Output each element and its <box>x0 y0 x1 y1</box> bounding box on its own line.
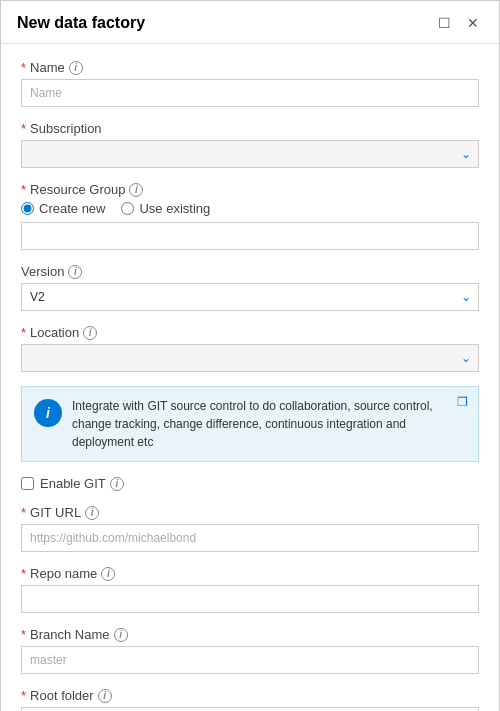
location-field-group: * Location i ⌄ <box>21 325 479 372</box>
branch-name-required-star: * <box>21 627 26 642</box>
location-label-text: Location <box>30 325 79 340</box>
location-select[interactable] <box>21 344 479 372</box>
version-select-wrapper: V2 V1 ⌄ <box>21 283 479 311</box>
name-field-group: * Name i <box>21 60 479 107</box>
location-required-star: * <box>21 325 26 340</box>
git-info-text: Integrate with GIT source control to do … <box>72 397 466 451</box>
repo-name-label: * Repo name i <box>21 566 479 581</box>
enable-git-checkbox[interactable] <box>21 477 34 490</box>
git-external-link-icon[interactable]: ❐ <box>457 395 468 409</box>
subscription-field-group: * Subscription ⌄ <box>21 121 479 168</box>
repo-name-info-icon[interactable]: i <box>101 567 115 581</box>
version-field-group: Version i V2 V1 ⌄ <box>21 264 479 311</box>
dialog-title: New data factory <box>17 14 145 32</box>
resource-group-required-star: * <box>21 182 26 197</box>
repo-name-input[interactable] <box>21 585 479 613</box>
branch-name-label: * Branch Name i <box>21 627 479 642</box>
subscription-label-text: Subscription <box>30 121 102 136</box>
enable-git-label-text: Enable GIT <box>40 476 106 491</box>
version-select[interactable]: V2 V1 <box>21 283 479 311</box>
root-folder-info-icon[interactable]: i <box>98 689 112 703</box>
resource-group-label-text: Resource Group <box>30 182 125 197</box>
minimize-icon[interactable]: ☐ <box>434 13 455 33</box>
resource-group-info-icon[interactable]: i <box>129 183 143 197</box>
subscription-label: * Subscription <box>21 121 479 136</box>
root-folder-input[interactable] <box>21 707 479 711</box>
branch-name-label-text: Branch Name <box>30 627 109 642</box>
subscription-select[interactable] <box>21 140 479 168</box>
root-folder-required-star: * <box>21 688 26 703</box>
name-info-icon[interactable]: i <box>69 61 83 75</box>
repo-name-field-group: * Repo name i <box>21 566 479 613</box>
git-url-field-group: * GIT URL i <box>21 505 479 552</box>
location-label: * Location i <box>21 325 479 340</box>
subscription-select-wrapper: ⌄ <box>21 140 479 168</box>
new-data-factory-dialog: New data factory ☐ ✕ * Name i * Subscrip… <box>0 0 500 711</box>
resource-group-field-group: * Resource Group i Create new Use existi… <box>21 182 479 250</box>
git-info-box: i Integrate with GIT source control to d… <box>21 386 479 462</box>
close-icon[interactable]: ✕ <box>463 13 483 33</box>
git-url-required-star: * <box>21 505 26 520</box>
use-existing-label: Use existing <box>139 201 210 216</box>
use-existing-radio[interactable] <box>121 202 134 215</box>
root-folder-field-group: * Root folder i <box>21 688 479 711</box>
repo-name-label-text: Repo name <box>30 566 97 581</box>
name-label: * Name i <box>21 60 479 75</box>
location-select-wrapper: ⌄ <box>21 344 479 372</box>
git-url-info-icon[interactable]: i <box>85 506 99 520</box>
branch-name-info-icon[interactable]: i <box>114 628 128 642</box>
resource-group-radio-group: Create new Use existing <box>21 201 479 216</box>
resource-group-input[interactable] <box>21 222 479 250</box>
enable-git-row: Enable GIT i <box>21 476 479 491</box>
location-info-icon[interactable]: i <box>83 326 97 340</box>
git-url-input[interactable] <box>21 524 479 552</box>
enable-git-info-icon[interactable]: i <box>110 477 124 491</box>
version-label: Version i <box>21 264 479 279</box>
create-new-radio-option[interactable]: Create new <box>21 201 105 216</box>
name-required-star: * <box>21 60 26 75</box>
use-existing-radio-option[interactable]: Use existing <box>121 201 210 216</box>
branch-name-field-group: * Branch Name i <box>21 627 479 674</box>
create-new-label: Create new <box>39 201 105 216</box>
git-url-label-text: GIT URL <box>30 505 81 520</box>
branch-name-input[interactable] <box>21 646 479 674</box>
subscription-required-star: * <box>21 121 26 136</box>
git-url-label: * GIT URL i <box>21 505 479 520</box>
resource-group-label: * Resource Group i <box>21 182 479 197</box>
version-label-text: Version <box>21 264 64 279</box>
version-info-icon[interactable]: i <box>68 265 82 279</box>
name-input[interactable] <box>21 79 479 107</box>
create-new-radio[interactable] <box>21 202 34 215</box>
repo-name-required-star: * <box>21 566 26 581</box>
dialog-body: * Name i * Subscription ⌄ * Resour <box>1 44 499 711</box>
dialog-header: New data factory ☐ ✕ <box>1 1 499 44</box>
git-info-i-icon: i <box>34 399 62 427</box>
name-label-text: Name <box>30 60 65 75</box>
enable-git-label[interactable]: Enable GIT i <box>40 476 124 491</box>
root-folder-label: * Root folder i <box>21 688 479 703</box>
root-folder-label-text: Root folder <box>30 688 94 703</box>
header-icons: ☐ ✕ <box>434 13 483 33</box>
